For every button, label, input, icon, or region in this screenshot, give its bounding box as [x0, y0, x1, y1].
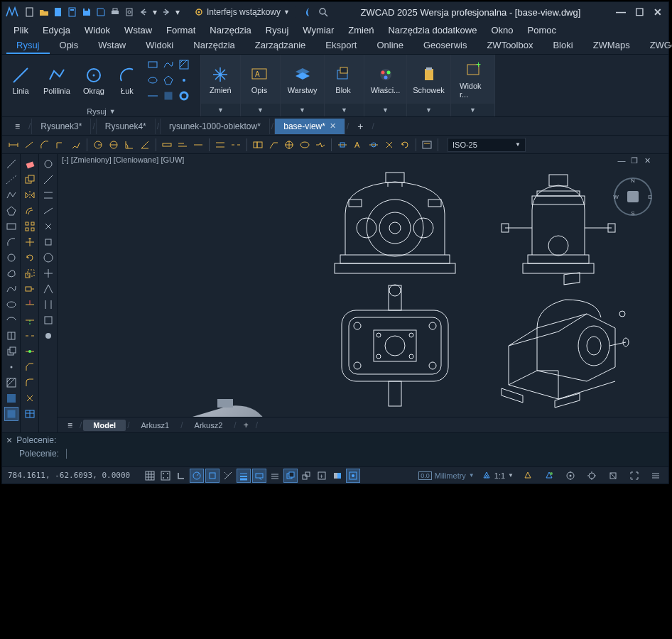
dimreassoc-icon[interactable] [382, 138, 396, 152]
units-dropdown[interactable]: 0.0 Milimetry ▼ [418, 471, 474, 480]
tolerance-icon[interactable] [251, 138, 265, 152]
point-icon[interactable] [4, 360, 18, 374]
drawing-canvas[interactable]: [-] [Zmieniony] [Cieniowane] [GUW] — ❐ ✕… [58, 154, 668, 432]
donut-icon[interactable] [177, 89, 191, 103]
chamfer-icon[interactable] [23, 360, 37, 374]
viewport-minimize-icon[interactable]: — [616, 155, 627, 165]
menu-rysuj[interactable]: Rysuj [259, 23, 296, 37]
panel-expand-icon[interactable]: ▼ [470, 106, 476, 114]
panel-expand-icon[interactable]: ▼ [257, 106, 264, 114]
dim-arc-icon[interactable] [38, 138, 52, 152]
modify-tool[interactable]: Zmień [205, 63, 236, 96]
dim-radius-icon[interactable] [91, 138, 105, 152]
tool-g-icon[interactable] [41, 251, 55, 265]
annoscale-dropdown[interactable]: 1:1 ▼ [482, 471, 514, 481]
panel-expand-icon[interactable]: ▼ [426, 106, 432, 114]
spline-icon[interactable] [161, 58, 175, 72]
ellipse-icon[interactable] [4, 297, 18, 312]
ribbon-tab-zwgeo[interactable]: ZWGeo [640, 38, 672, 54]
osnap-icon[interactable] [205, 469, 220, 483]
tool-a-icon[interactable] [41, 157, 55, 171]
undo-icon[interactable] [137, 6, 150, 18]
mirror-icon[interactable] [23, 188, 37, 202]
menu-edycja[interactable]: Edycja [36, 23, 77, 37]
new-layout-button[interactable]: + [238, 419, 254, 432]
rect-icon[interactable] [4, 219, 18, 234]
ribbon-tab-bloki[interactable]: Bloki [543, 38, 582, 54]
menu-wymiar[interactable]: Wymiar [296, 23, 341, 37]
dim-aligned-icon[interactable] [22, 138, 36, 152]
copy-icon[interactable] [23, 173, 37, 187]
layout-tab-model[interactable]: Model [83, 420, 126, 431]
redo-icon[interactable] [160, 6, 173, 18]
menu-okno[interactable]: Okno [484, 23, 520, 37]
redo-drop-icon[interactable]: ▾ [174, 6, 181, 18]
arc-icon[interactable] [4, 235, 18, 249]
region-icon[interactable] [4, 407, 18, 421]
layers-tool[interactable]: Warstwy [285, 63, 320, 96]
ribbon-tab-narzedzia[interactable]: Narzędzia [183, 38, 245, 54]
menu-narzedzia[interactable]: Narzędzia [202, 23, 259, 37]
command-input[interactable] [66, 449, 664, 459]
xline-icon[interactable] [146, 89, 160, 103]
dim-quick-icon[interactable] [160, 138, 174, 152]
hatch-icon[interactable] [177, 58, 191, 72]
dim-continue-icon[interactable] [191, 138, 205, 152]
tool-l-icon[interactable] [41, 329, 55, 343]
point-icon[interactable] [177, 73, 191, 87]
undo-drop-icon[interactable]: ▾ [151, 6, 158, 18]
interface-switcher[interactable]: Interfejs wstążkowy ▼ [188, 6, 296, 18]
ellipse-icon[interactable] [146, 73, 160, 87]
fullscreen-icon[interactable] [627, 469, 641, 483]
erase-icon[interactable] [23, 157, 37, 171]
join-icon[interactable] [23, 344, 37, 359]
otrack-icon[interactable] [221, 469, 235, 483]
ribbon-tab-opis[interactable]: Opis [50, 38, 89, 54]
circle-icon[interactable] [4, 251, 18, 265]
print-icon[interactable] [109, 6, 121, 18]
new-doc-icon[interactable] [52, 6, 65, 18]
menu-pomoc[interactable]: Pomoc [521, 23, 563, 37]
panel-expand-icon[interactable]: ▼ [217, 106, 224, 114]
hatch-icon[interactable] [4, 376, 18, 390]
grid-icon[interactable] [143, 469, 157, 483]
block-tool[interactable]: Blok [329, 63, 357, 96]
array-icon[interactable] [23, 219, 37, 234]
arc-tool[interactable]: Łuk [113, 64, 141, 97]
template-icon[interactable] [66, 6, 79, 18]
tool-e-icon[interactable] [41, 219, 55, 234]
jogline-icon[interactable] [313, 138, 327, 152]
table-icon[interactable] [23, 407, 37, 421]
line-icon[interactable] [4, 157, 18, 171]
dimtedit-icon[interactable]: A [351, 138, 365, 152]
tool-k-icon[interactable] [41, 313, 55, 327]
ribbon-tab-rysuj[interactable]: Rysuj [6, 38, 50, 54]
tool-i-icon[interactable] [41, 282, 55, 296]
rect-icon[interactable] [146, 58, 160, 72]
panel-expand-icon[interactable]: ▼ [341, 106, 347, 114]
dimstyle-icon[interactable] [420, 138, 434, 152]
dwgcompare-icon[interactable] [330, 469, 345, 483]
dim-angular2-icon[interactable] [138, 138, 152, 152]
dimedit-icon[interactable] [335, 138, 349, 152]
fillet-icon[interactable] [23, 376, 37, 390]
dimoverride-icon[interactable] [367, 138, 381, 152]
menu-zmien[interactable]: Zmień [341, 23, 381, 37]
transparency-icon[interactable] [268, 469, 282, 483]
dim-break-icon[interactable] [229, 138, 243, 152]
annotation-tool[interactable]: AOpis [245, 63, 273, 96]
quickprops-icon[interactable]: + [315, 469, 329, 483]
center-icon[interactable] [282, 138, 296, 152]
ribbon-tab-online[interactable]: Online [367, 38, 413, 54]
ortho-icon[interactable] [174, 469, 188, 483]
panel-expand-icon[interactable]: ▼ [299, 106, 305, 114]
dim-linear-icon[interactable] [6, 138, 21, 152]
saveas-icon[interactable] [94, 6, 107, 18]
dim-baseline-icon[interactable] [175, 138, 190, 152]
tool-f-icon[interactable] [41, 235, 55, 249]
dim-ord-icon[interactable] [53, 138, 67, 152]
annoautoscale-icon[interactable] [542, 469, 556, 483]
dim-jog-icon[interactable] [69, 138, 83, 152]
polar-icon[interactable] [190, 469, 204, 483]
region-icon[interactable] [161, 89, 175, 103]
